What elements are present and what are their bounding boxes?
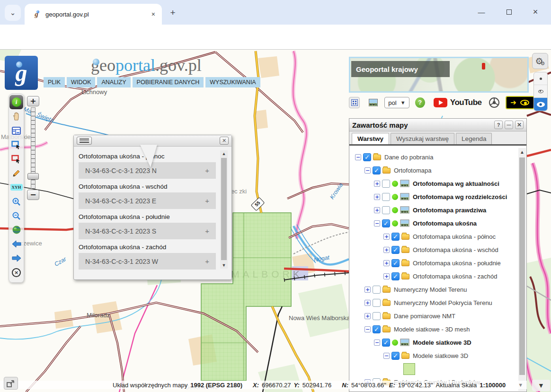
tree-expand-icon[interactable]: + xyxy=(374,207,380,213)
layer-checkbox[interactable]: ✓ xyxy=(373,392,381,392)
table-of-contents-button[interactable] xyxy=(349,97,360,108)
tree-expand-icon[interactable]: + xyxy=(383,260,390,266)
layer-checkbox[interactable]: ✓ xyxy=(373,312,381,320)
help-button[interactable]: ? xyxy=(415,97,425,108)
overview-map[interactable]: Geoportal krajowy xyxy=(349,57,529,93)
scroll-down-icon[interactable]: ▼ xyxy=(220,262,228,269)
layer-tree-row[interactable]: − ✓ WMS Ortofotomapa xyxy=(349,164,518,177)
tree-expand-icon[interactable]: − xyxy=(364,326,371,332)
panel-close-button[interactable]: ✕ xyxy=(515,121,524,129)
tree-expand-icon[interactable]: − xyxy=(355,154,361,160)
layer-checkbox[interactable]: ✓ xyxy=(382,339,390,347)
layer-checkbox[interactable]: ✓ xyxy=(391,246,400,254)
layer-tree-row[interactable]: + ✓ WMS Ortofotomapa wg aktualności xyxy=(349,177,518,190)
show-all-button[interactable] xyxy=(534,98,547,111)
window-minimize-button[interactable]: — xyxy=(472,4,490,20)
full-extent-button[interactable] xyxy=(9,223,23,237)
result-item-row[interactable]: N-34-63-C-c-3-1 2023 E + xyxy=(79,192,216,209)
expand-plus-icon[interactable]: + xyxy=(205,166,209,174)
tree-expand-icon[interactable]: + xyxy=(383,234,390,240)
layer-tree-row[interactable]: − ✓ WMS Modele siatkowe - 3D mesh xyxy=(349,322,518,336)
layer-tree-row[interactable]: + ✓ WMS Ortofotomapa ukośna - zachód xyxy=(349,270,518,283)
popup-close-button[interactable]: ✕ xyxy=(220,137,229,145)
layer-tree-row[interactable]: − ✓ WMS Dane do pobrania xyxy=(349,150,518,164)
select-by-rectangle-button[interactable] xyxy=(9,138,23,152)
zoom-slider-handle[interactable] xyxy=(27,173,39,180)
layer-tree-row[interactable]: + ✓ WMS Ortofotomapa wg rozdzielczości xyxy=(349,190,518,203)
tree-expand-icon[interactable]: + xyxy=(374,194,380,200)
expand-plus-icon[interactable]: + xyxy=(205,257,209,265)
layer-checkbox[interactable]: ✓ xyxy=(373,299,381,307)
layer-tree-row[interactable]: + ✓ WMS Dane pomiarowe NMT xyxy=(349,309,518,322)
layer-checkbox[interactable]: ✓ xyxy=(373,325,381,333)
scroll-thumb[interactable] xyxy=(519,157,525,375)
result-item-row[interactable]: N-34-63-C-c-3-1 2023 S + xyxy=(79,223,216,239)
geoportal-logo-icon[interactable]: g xyxy=(5,56,38,90)
attribute-table-button[interactable] xyxy=(9,123,23,138)
scroll-thumb[interactable] xyxy=(221,158,227,260)
tree-expand-icon[interactable]: − xyxy=(364,167,371,174)
menu-item[interactable]: WYSZUKIWANIA xyxy=(205,77,260,87)
tree-expand-icon[interactable]: + xyxy=(364,300,371,306)
panel-tab[interactable]: Warstwy xyxy=(352,133,389,144)
tree-expand-icon[interactable]: + xyxy=(364,313,371,319)
popup-scrollbar[interactable]: ▲ ▼ xyxy=(220,150,228,269)
layer-checkbox[interactable]: ✓ xyxy=(391,259,400,267)
layer-checkbox[interactable]: ✓ xyxy=(391,352,400,360)
layer-tree-row[interactable]: + ✓ WMS Numeryczny Model Pokrycia Terenu xyxy=(349,296,518,309)
panel-header[interactable]: Zawartość mapy ? — ✕ xyxy=(349,119,526,131)
corner-dropdown-button[interactable]: ▼ xyxy=(532,380,550,391)
list-view-icon[interactable] xyxy=(77,137,92,145)
panel-tab[interactable]: Wyszukaj warstwę xyxy=(391,133,454,144)
window-close-button[interactable]: × xyxy=(526,4,544,20)
tab-search-button[interactable]: ⌄ xyxy=(5,5,21,21)
cancel-tool-button[interactable]: × xyxy=(9,265,23,279)
layer-checkbox[interactable]: ✓ xyxy=(382,193,390,201)
zoom-in-tool-button[interactable] xyxy=(9,194,23,209)
zoom-out-button[interactable]: − xyxy=(27,190,39,200)
result-item-row[interactable]: N-34-63-C-c-3-1 2023 W + xyxy=(79,253,216,270)
coordinates-xyh-button[interactable]: XYH xyxy=(9,180,23,194)
zoom-in-button[interactable]: + xyxy=(27,96,39,106)
expand-plus-icon[interactable]: + xyxy=(205,197,209,205)
layer-tree-row[interactable]: − ✓ WMS Modele siatkowe 3D xyxy=(349,336,518,349)
previous-view-button[interactable] xyxy=(9,237,23,251)
menu-item[interactable]: WIDOK xyxy=(67,77,95,87)
add-wms-button[interactable]: WMS xyxy=(369,99,378,106)
map-settings-button[interactable]: ⚙⚙ xyxy=(532,53,548,69)
accessibility-contrast-button[interactable]: ➔ xyxy=(506,96,534,109)
layer-tree-row[interactable]: + ✓ WMS Ortofotomapa ukośna - wschód xyxy=(349,243,518,256)
layer-checkbox[interactable]: ✓ xyxy=(373,166,381,174)
layer-tree-row[interactable]: + ✓ WMS Ortofotomapa prawdziwa xyxy=(349,203,518,217)
scroll-up-icon[interactable]: ▲ xyxy=(518,148,526,157)
menu-item[interactable]: PLIK xyxy=(44,77,65,87)
layer-checkbox[interactable]: ✓ xyxy=(382,206,390,214)
expand-plus-icon[interactable]: + xyxy=(205,227,209,235)
tree-expand-icon[interactable]: + xyxy=(383,273,390,279)
measure-expand-button[interactable] xyxy=(4,377,18,390)
menu-item[interactable]: POBIERANIE DANYCH xyxy=(133,77,204,87)
hide-all-button[interactable] xyxy=(534,72,547,85)
next-view-button[interactable] xyxy=(9,251,23,265)
layer-tree-row[interactable]: ✓ WMS xyxy=(349,362,518,375)
layer-checkbox[interactable]: ✓ xyxy=(382,180,390,188)
panel-tab[interactable]: Legenda xyxy=(456,133,492,144)
tree-expand-icon[interactable]: + xyxy=(374,181,380,187)
layer-checkbox[interactable]: ✓ xyxy=(382,219,390,227)
settings-wheel-button[interactable] xyxy=(489,97,500,109)
panel-help-button[interactable]: ? xyxy=(494,121,503,129)
layer-checkbox[interactable]: ✓ xyxy=(391,272,400,280)
layer-tree-row[interactable]: − ✓ WMS Modele siatkowe 3D xyxy=(349,349,518,362)
deselect-by-rectangle-button[interactable] xyxy=(9,152,23,166)
tab-close-icon[interactable]: × xyxy=(150,9,157,19)
window-maximize-button[interactable] xyxy=(500,4,518,20)
scroll-up-icon[interactable]: ▲ xyxy=(220,150,228,157)
layer-tree-row[interactable]: − ✓ WMS Ortofotomapa ukośna xyxy=(349,217,518,230)
identify-tool-button[interactable]: i xyxy=(9,95,23,109)
zoom-out-tool-button[interactable] xyxy=(9,209,23,223)
panel-scrollbar[interactable]: ▲ xyxy=(518,148,526,391)
tree-expand-icon[interactable]: − xyxy=(383,353,390,359)
half-visibility-button[interactable] xyxy=(534,85,547,98)
panel-minimize-button[interactable]: — xyxy=(505,121,513,129)
tree-expand-icon[interactable]: − xyxy=(374,340,380,346)
